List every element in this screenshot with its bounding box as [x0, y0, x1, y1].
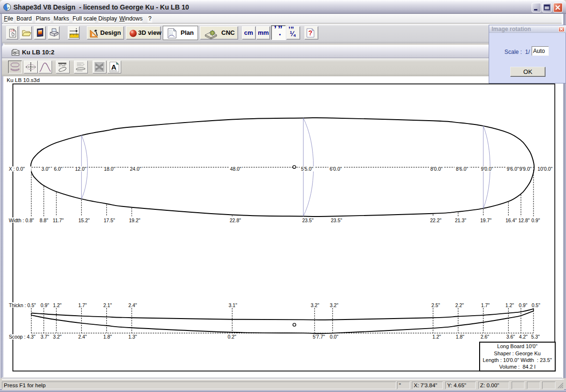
svg-text:2.2": 2.2"	[455, 303, 464, 308]
svg-text:Scoop : 4.3": Scoop : 4.3"	[9, 334, 35, 340]
svg-text:11.7": 11.7"	[53, 218, 64, 223]
svg-text:3.2": 3.2"	[53, 334, 62, 340]
svg-text:1.7": 1.7"	[78, 303, 87, 308]
svg-text:0.9": 0.9"	[532, 218, 540, 223]
svg-text:3.2": 3.2"	[311, 303, 319, 308]
svg-text:15.2": 15.2"	[78, 218, 90, 223]
svg-text:12.8": 12.8"	[518, 218, 530, 223]
svg-text:0.2": 0.2"	[228, 334, 236, 340]
svg-text:9'0.0": 9'0.0"	[481, 166, 493, 172]
svg-text:0.0": 0.0"	[330, 334, 338, 340]
svg-text:3.1": 3.1"	[229, 303, 237, 308]
svg-text:3.2": 3.2"	[330, 303, 338, 308]
svg-text:16.4": 16.4"	[505, 218, 517, 223]
svg-text:5'5.0": 5'5.0"	[301, 166, 314, 172]
svg-text:2.1": 2.1"	[104, 303, 112, 308]
svg-text:X : 0.0": X : 0.0"	[9, 166, 25, 172]
svg-text:24.0": 24.0"	[130, 166, 141, 172]
svg-text:Thickn : 0.5": Thickn : 0.5"	[9, 303, 36, 308]
svg-text:0.9": 0.9"	[519, 303, 527, 308]
svg-text:4.2": 4.2"	[519, 334, 528, 340]
svg-text:23.5": 23.5"	[331, 218, 342, 223]
svg-text:1.2": 1.2"	[432, 334, 441, 340]
svg-text:1.7": 1.7"	[481, 303, 490, 308]
svg-text:19.7": 19.7"	[480, 218, 492, 223]
svg-text:17.5": 17.5"	[104, 218, 115, 223]
svg-text:3.6": 3.6"	[506, 334, 515, 340]
svg-text:48.0": 48.0"	[230, 166, 241, 172]
svg-text:2.4": 2.4"	[78, 334, 87, 340]
svg-text:8'6.0": 8'6.0"	[456, 166, 468, 172]
svg-text:6.0": 6.0"	[54, 166, 63, 172]
svg-text:Shaper : George Ku: Shaper : George Ku	[494, 351, 541, 356]
svg-text:Length : 10'0.0" Width : 23.5: Length : 10'0.0" Width : 23.5"	[482, 357, 552, 363]
svg-text:Long Board 10'0": Long Board 10'0"	[497, 343, 537, 349]
svg-text:Width : 0.8": Width : 0.8"	[9, 218, 34, 223]
svg-text:9'6.0": 9'6.0"	[507, 166, 519, 172]
svg-text:12.0": 12.0"	[75, 166, 86, 172]
svg-text:1.2": 1.2"	[53, 303, 62, 308]
svg-text:5'7.7": 5'7.7"	[313, 334, 325, 340]
svg-text:5.3": 5.3"	[531, 334, 540, 340]
svg-text:23.5": 23.5"	[302, 218, 314, 223]
svg-text:1.2": 1.2"	[505, 303, 514, 308]
svg-text:18.0": 18.0"	[104, 166, 115, 172]
svg-text:2.4": 2.4"	[128, 303, 137, 308]
svg-text:1.8": 1.8"	[456, 334, 464, 340]
svg-text:Volume : 84.2 l: Volume : 84.2 l	[499, 364, 535, 370]
svg-text:21.3": 21.3"	[455, 218, 466, 223]
svg-text:2.6": 2.6"	[481, 334, 489, 340]
svg-text:19.2": 19.2"	[129, 218, 140, 223]
svg-text:8.8": 8.8"	[40, 218, 48, 223]
svg-text:8'0.0": 8'0.0"	[430, 166, 443, 172]
svg-text:22.2": 22.2"	[430, 218, 441, 223]
svg-text:9'9.0": 9'9.0"	[519, 166, 532, 172]
svg-text:0.9": 0.9"	[41, 303, 49, 308]
svg-text:A: A	[111, 63, 116, 71]
svg-text:2.5": 2.5"	[431, 303, 440, 308]
svg-text:3.0": 3.0"	[42, 166, 50, 172]
svg-text:1.3": 1.3"	[128, 334, 137, 340]
svg-text:6'0.0": 6'0.0"	[330, 166, 342, 172]
svg-text:1.8": 1.8"	[104, 334, 112, 340]
svg-text:3.7": 3.7"	[41, 334, 49, 340]
svg-text:?: ?	[308, 29, 313, 37]
svg-text:0.5": 0.5"	[532, 303, 540, 308]
svg-text:10'0.0": 10'0.0"	[537, 166, 553, 172]
svg-text:22.8": 22.8"	[230, 218, 241, 223]
